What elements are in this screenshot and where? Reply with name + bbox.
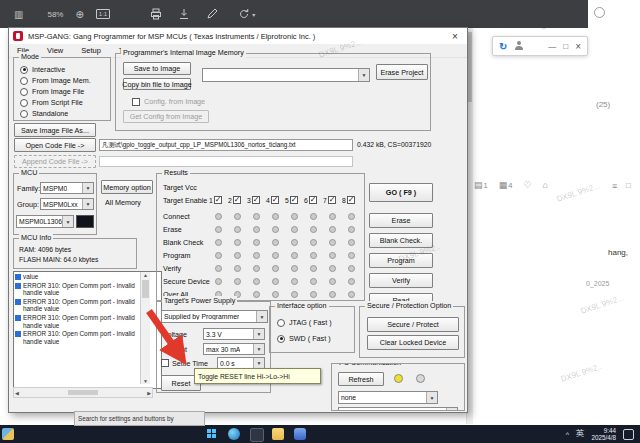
- chevron-down-icon[interactable]: ▼: [82, 199, 93, 209]
- widgets-icon[interactable]: [2, 428, 14, 440]
- current-combo[interactable]: max 30 mA▼: [203, 343, 265, 355]
- chevron-down-icon[interactable]: ▼: [358, 69, 369, 81]
- chevron-down-icon[interactable]: ▼: [256, 311, 267, 322]
- erase-project-button[interactable]: Erase Project: [376, 64, 428, 80]
- annotate-pen-icon[interactable]: [206, 8, 218, 20]
- channel-enable-checkbox[interactable]: 1: [209, 196, 228, 204]
- power-source-combo[interactable]: Supplied by Programmer▼: [161, 310, 268, 323]
- clear-locked-device-button[interactable]: Clear Locked Device: [367, 335, 459, 350]
- mode-from-script-file[interactable]: From Script File: [20, 98, 83, 107]
- file-explorer-icon[interactable]: [272, 428, 284, 440]
- verify-button[interactable]: Verify: [369, 273, 433, 288]
- code-file-path[interactable]: 凡测试\gpio_toggle_output_cpp_LP_MSPM0L1306…: [99, 139, 353, 151]
- refresh-button[interactable]: Refresh: [338, 372, 384, 386]
- channel-enable-checkbox[interactable]: 8: [342, 196, 361, 204]
- chevron-down-icon[interactable]: ▼: [82, 183, 93, 193]
- append-code-file-button[interactable]: Append Code File ->: [14, 155, 96, 168]
- edge-browser-icon[interactable]: [228, 428, 240, 440]
- close-icon[interactable]: ×: [575, 41, 581, 52]
- chevron-down-icon[interactable]: ▼: [62, 216, 73, 227]
- channel-enable-checkbox[interactable]: 2: [228, 196, 247, 204]
- chevron-down-icon[interactable]: ▼: [253, 329, 264, 339]
- mode-interactive[interactable]: Interactive: [20, 65, 65, 74]
- mode-standalone[interactable]: Standalone: [20, 109, 68, 118]
- start-button[interactable]: [207, 429, 217, 439]
- mode-from-image-mem[interactable]: From Image Mem.: [20, 76, 91, 85]
- image-select-combo[interactable]: ▼: [202, 68, 370, 82]
- status-indicator: [272, 213, 279, 220]
- chevron-down-icon[interactable]: ▼: [253, 358, 264, 368]
- go-button[interactable]: GO ( F9 ): [369, 183, 433, 202]
- heart-icon[interactable]: ♡: [523, 180, 531, 190]
- window-icon[interactable]: □: [626, 181, 631, 190]
- channel-enable-checkbox[interactable]: 4: [266, 196, 285, 204]
- print-icon[interactable]: [150, 8, 162, 20]
- sidebar-panel-icon[interactable]: ▥: [14, 9, 23, 20]
- menu-setup[interactable]: Setup: [81, 46, 101, 55]
- comm-port-combo[interactable]: none▼: [338, 391, 438, 404]
- chevron-down-icon[interactable]: ▼: [446, 408, 457, 411]
- log-vertical-scrollbar[interactable]: ▲▼: [140, 272, 150, 384]
- taskbar-clock[interactable]: 9:44 2025/4/8: [591, 427, 616, 441]
- channel-enable-checkbox[interactable]: 7: [323, 196, 342, 204]
- log-horizontal-scrollbar[interactable]: ◀▶: [13, 387, 153, 398]
- erase-button[interactable]: Erase: [369, 213, 433, 228]
- program-button[interactable]: Program: [369, 253, 433, 268]
- family-combo[interactable]: MSPM0▼: [40, 182, 94, 194]
- config-from-image-checkbox[interactable]: Config. from Image: [132, 97, 205, 106]
- memory-option-button[interactable]: Memory option: [101, 180, 153, 194]
- terminal-app-icon[interactable]: [250, 428, 264, 442]
- account-icon[interactable]: [594, 7, 605, 18]
- secure-protect-button[interactable]: Secure / Protect: [367, 317, 459, 332]
- save-image-file-button[interactable]: Save Image File As...: [14, 123, 96, 137]
- chevron-down-icon[interactable]: ▼: [426, 392, 437, 403]
- log-entry[interactable]: ERROR 310: Open Comm port - invalid hand…: [15, 298, 151, 313]
- device-combo[interactable]: MSPM0L1306▼: [16, 215, 74, 228]
- actual-size-icon[interactable]: 1:1: [96, 9, 110, 19]
- rotate-icon[interactable]: [238, 8, 250, 20]
- channel-enable-checkbox[interactable]: 3: [247, 196, 266, 204]
- list-icon[interactable]: ▤1: [474, 180, 488, 190]
- log-entry[interactable]: ERROR 310: Open Comm port - invalid hand…: [15, 282, 151, 297]
- channel-enable-checkbox[interactable]: 6: [304, 196, 323, 204]
- title-bar[interactable]: MSP-GANG: Gang Programmer for MSP MCUs (…: [9, 28, 467, 45]
- blank-check-button[interactable]: Blank Check.: [369, 233, 433, 248]
- grid-icon[interactable]: ▦4: [499, 180, 513, 190]
- channel-checkbox-row: 12345678: [209, 196, 361, 204]
- rotate-caret-icon[interactable]: ▾: [252, 11, 255, 18]
- contact-icon[interactable]: [514, 41, 524, 51]
- ime-language-indicator[interactable]: 英: [576, 428, 585, 440]
- programmer-combo[interactable]: MSP-GA▼: [338, 407, 458, 411]
- sync-icon[interactable]: ↻: [499, 41, 507, 52]
- menu-view[interactable]: View: [47, 46, 63, 55]
- chevron-down-icon[interactable]: ▼: [253, 344, 264, 354]
- chat-app-icon[interactable]: [294, 428, 306, 440]
- log-entry[interactable]: ERROR 310: Open Comm port - invalid hand…: [15, 330, 151, 345]
- swd-radio[interactable]: SWD ( Fast ): [277, 334, 331, 343]
- channel-enable-checkbox[interactable]: 5: [285, 196, 304, 204]
- log-entry[interactable]: value: [15, 273, 151, 281]
- download-icon[interactable]: [178, 8, 190, 20]
- copy-bin-to-image-button[interactable]: Copy bin file to Image: [123, 78, 191, 90]
- zoom-level[interactable]: 58%: [47, 10, 63, 19]
- maximize-icon[interactable]: □: [563, 42, 568, 51]
- group-combo[interactable]: MSPM0Lxx▼: [40, 198, 94, 210]
- tray-expand-icon[interactable]: ^: [566, 431, 569, 438]
- settle-time-checkbox[interactable]: [161, 359, 169, 367]
- get-config-from-image-button[interactable]: Get Config from Image: [123, 110, 209, 123]
- close-button[interactable]: ×: [447, 29, 463, 43]
- menu-icon[interactable]: ≡: [612, 181, 617, 191]
- jtag-radio[interactable]: JTAG ( Fast ): [277, 318, 332, 327]
- minimize-icon[interactable]: —: [548, 42, 556, 51]
- mode-from-image-file[interactable]: From Image File: [20, 87, 84, 96]
- status-indicator: [348, 278, 355, 285]
- open-code-file-button[interactable]: Open Code File ->: [14, 138, 96, 152]
- scroll-right-icon[interactable]: ▶: [147, 390, 151, 396]
- notification-center-icon[interactable]: [623, 429, 634, 440]
- scroll-left-icon[interactable]: ◀: [15, 390, 19, 396]
- save-to-image-button[interactable]: Save to Image: [123, 62, 191, 75]
- zoom-in-icon[interactable]: ⊕: [75, 9, 83, 20]
- log-entry[interactable]: ERROR 310: Open Comm port - invalid hand…: [15, 314, 151, 329]
- home-icon[interactable]: ⌂: [542, 180, 547, 190]
- voltage-combo[interactable]: 3.3 V▼: [203, 328, 265, 340]
